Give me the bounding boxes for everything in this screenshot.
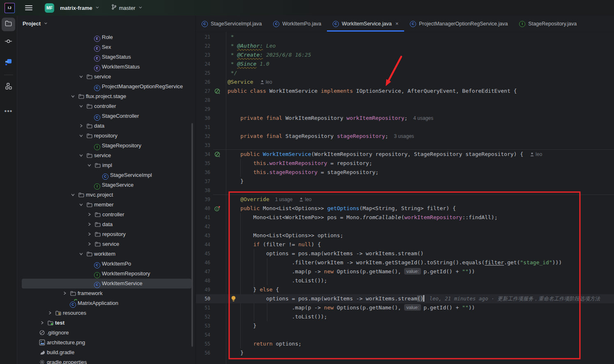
code-line-21[interactable]: 21 * xyxy=(196,32,614,41)
chevron-collapsed-icon[interactable] xyxy=(86,211,93,218)
chevron-expanded-icon[interactable] xyxy=(78,201,85,208)
tab-workitempo-java[interactable]: CWorkItemPo.java xyxy=(267,16,327,32)
code-line-22[interactable]: 22 * @Author: Leo xyxy=(196,41,614,50)
chevron-collapsed-icon[interactable] xyxy=(47,310,53,316)
chevron-expanded-icon[interactable] xyxy=(78,73,85,80)
code-line-56[interactable]: 56 } xyxy=(196,348,614,357)
tree-item-matrixapplication[interactable]: CMatrixApplication xyxy=(17,298,195,308)
implements-method-icon[interactable]: I xyxy=(214,205,221,212)
code-author-hint[interactable]: leo xyxy=(299,197,311,202)
code-line-27[interactable]: 27public class WorkItemService implement… xyxy=(196,87,614,96)
chevron-expanded-icon[interactable] xyxy=(78,133,85,139)
code-line-40[interactable]: 40I public Mono<List<Options>> getOption… xyxy=(196,204,614,213)
chevron-collapsed-icon[interactable] xyxy=(78,123,85,129)
code-line-46[interactable]: 46 .filter(workItem -> workItem.getStage… xyxy=(196,258,614,267)
tree-item-flux-project-stage[interactable]: flux.project.stage xyxy=(17,92,195,101)
chevron-expanded-icon[interactable] xyxy=(78,152,85,159)
tab-workitemservice-java[interactable]: CWorkItemService.java× xyxy=(327,16,404,32)
code-line-55[interactable]: 55 return options; xyxy=(196,339,614,348)
intellij-logo-icon[interactable]: IJ xyxy=(5,3,15,13)
usages-hint[interactable]: 4 usages xyxy=(413,115,433,121)
tree-item-sex[interactable]: ESex xyxy=(17,42,195,52)
tree-item-member[interactable]: member xyxy=(17,200,195,210)
tab-projectmanageroptionregservice-java[interactable]: CProjectManagerOptionRegService.java xyxy=(404,16,513,32)
rail-structure-button[interactable] xyxy=(2,80,15,94)
code-line-52[interactable]: 52 .toList()); xyxy=(196,312,614,321)
code-author-hint[interactable]: leo xyxy=(260,79,272,85)
chevron-expanded-icon[interactable] xyxy=(70,192,76,198)
tree-item-stagerepository[interactable]: IStageRepository xyxy=(17,141,195,151)
code-line-41[interactable]: 41 Mono<List<WorkItemPo>> pos = Mono.fro… xyxy=(196,213,614,222)
tree-item-service[interactable]: service xyxy=(17,239,195,249)
rail-commit-button[interactable] xyxy=(2,35,15,49)
code-line-32[interactable]: 32 private final StageRepository stageRe… xyxy=(196,132,614,141)
project-panel-header[interactable]: Project xyxy=(17,16,195,32)
project-widget[interactable]: MF matrix-frame xyxy=(32,3,100,13)
code-line-39[interactable]: 39 @Override1 usageleo xyxy=(196,195,614,204)
code-editor[interactable]: 21 *22 * @Author: Leo23 * @Create: 2025/… xyxy=(196,32,614,364)
chevron-collapsed-icon[interactable] xyxy=(86,241,93,247)
tree-item-repository[interactable]: repository xyxy=(17,229,195,239)
spring-bean-icon[interactable] xyxy=(214,151,221,158)
tree-item-role[interactable]: ERole xyxy=(17,32,195,42)
tree-item-workitemservice[interactable]: CWorkItemService xyxy=(17,279,195,288)
code-line-33[interactable]: 33 xyxy=(196,141,614,150)
tree-item-workitemstatus[interactable]: EWorkItemStatus xyxy=(17,62,195,72)
code-line-23[interactable]: 23 * @Create: 2025/6/8 16:25 xyxy=(196,50,614,60)
code-line-36[interactable]: 36 this.stageRepository = stageRepositor… xyxy=(196,168,614,177)
tree-item-resources[interactable]: resources xyxy=(17,308,195,318)
tab-stageserviceimpl-java[interactable]: CStageServiceImpl.java xyxy=(196,16,267,32)
tree-item-service[interactable]: service xyxy=(17,151,195,160)
code-line-54[interactable]: 54 xyxy=(196,330,614,339)
code-line-29[interactable]: 29 xyxy=(196,105,614,114)
code-line-30[interactable]: 30 private final WorkItemRepository work… xyxy=(196,114,614,123)
code-author-hint[interactable]: leo xyxy=(530,151,542,157)
code-line-48[interactable]: 48 .toList()); xyxy=(196,276,614,285)
tree-item-controller[interactable]: controller xyxy=(17,210,195,220)
tree-item-test[interactable]: test xyxy=(17,318,195,328)
usages-hint[interactable]: 3 usages xyxy=(394,133,414,139)
chevron-collapsed-icon[interactable] xyxy=(62,290,68,297)
tree-item-stageserviceimpl[interactable]: CStageServiceImpl xyxy=(17,170,195,180)
tree-item-workitempo[interactable]: CWorkItemPo xyxy=(17,259,195,269)
rail-project-button[interactable] xyxy=(2,18,15,31)
code-line-37[interactable]: 37 } xyxy=(196,177,614,186)
code-line-26[interactable]: 26@Serviceleo xyxy=(196,78,614,87)
chevron-collapsed-icon[interactable] xyxy=(39,320,46,326)
code-line-38[interactable]: 38 xyxy=(196,186,614,195)
rail-flux-plugin-button[interactable] xyxy=(2,56,15,70)
tree-item-framework[interactable]: framework xyxy=(17,288,195,298)
git-branch-widget[interactable]: master xyxy=(111,4,143,12)
code-line-31[interactable]: 31 xyxy=(196,123,614,132)
chevron-expanded-icon[interactable] xyxy=(78,251,85,257)
tree-item-architecture-png[interactable]: architecture.png xyxy=(17,338,195,348)
chevron-expanded-icon[interactable] xyxy=(70,93,76,100)
project-scrollbar[interactable] xyxy=(191,123,193,347)
tree-item-projectmanageroptionregservice[interactable]: CProjectManagerOptionRegService xyxy=(17,82,195,92)
code-line-42[interactable]: 42 xyxy=(196,222,614,231)
tree-item-workitem[interactable]: workitem xyxy=(17,249,195,259)
chevron-expanded-icon[interactable] xyxy=(78,103,85,110)
tree-item-service[interactable]: service xyxy=(17,72,195,82)
chevron-collapsed-icon[interactable] xyxy=(86,231,93,238)
code-line-49[interactable]: 49 } else { xyxy=(196,285,614,294)
code-line-28[interactable]: 28 xyxy=(196,96,614,105)
tree-item-data[interactable]: data xyxy=(17,121,195,131)
tree-item--gitignore[interactable]: .gitignore xyxy=(17,328,195,338)
code-line-25[interactable]: 25 */ xyxy=(196,69,614,78)
code-line-53[interactable]: 53 } xyxy=(196,321,614,330)
tree-item-stagestatus[interactable]: EStageStatus xyxy=(17,52,195,62)
spring-bean-icon[interactable] xyxy=(214,88,221,94)
code-line-45[interactable]: 45 options = pos.map(workItems -> workIt… xyxy=(196,249,614,258)
code-line-34[interactable]: 34 public WorkItemService(WorkItemReposi… xyxy=(196,150,614,159)
tree-item-data[interactable]: data xyxy=(17,220,195,229)
chevron-expanded-icon[interactable] xyxy=(86,162,93,169)
tree-item-controller[interactable]: controller xyxy=(17,101,195,111)
code-line-43[interactable]: 43 Mono<List<Options>> options; xyxy=(196,231,614,240)
code-line-44[interactable]: 44 if (filter != null) { xyxy=(196,240,614,249)
usages-hint[interactable]: 1 usage xyxy=(275,197,293,202)
rail-more-button[interactable]: ••• xyxy=(2,104,15,118)
tree-item-mvc-project[interactable]: mvc.project xyxy=(17,190,195,200)
code-line-35[interactable]: 35 this.workItemRepository = repository; xyxy=(196,159,614,168)
tree-item-stagecontroller[interactable]: CStageController xyxy=(17,111,195,121)
